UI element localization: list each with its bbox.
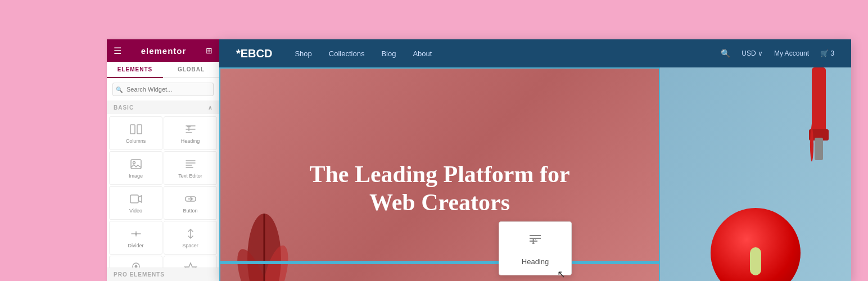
widget-grid: Columns T Heading bbox=[107, 114, 219, 268]
sidebar-header: ☰ elementor ⊞ bbox=[107, 39, 219, 62]
hamburger-icon[interactable]: ☰ bbox=[114, 46, 121, 56]
widget-google-maps[interactable]: Google Maps bbox=[109, 256, 162, 268]
site-header: *EBCD Shop Collections Blog About 🔍 USD … bbox=[219, 39, 851, 67]
hero-section: The Leading Platform for Web Creators + … bbox=[219, 67, 851, 281]
widget-image[interactable]: Image bbox=[109, 151, 162, 185]
columns-label: Columns bbox=[126, 138, 146, 144]
divider-icon bbox=[129, 227, 143, 241]
cursor-icon: ↖ bbox=[557, 268, 566, 280]
image-label: Image bbox=[129, 173, 143, 179]
spacer-icon bbox=[184, 227, 197, 241]
sidebar: ☰ elementor ⊞ ELEMENTS GLOBAL BASIC ∧ bbox=[107, 39, 219, 281]
video-label: Video bbox=[129, 208, 142, 214]
svg-text:T: T bbox=[531, 237, 536, 246]
nav-shop[interactable]: Shop bbox=[295, 49, 311, 58]
button-label: Button bbox=[183, 208, 197, 214]
image-icon bbox=[129, 157, 143, 171]
pro-elements-section-header: PRO ELEMENTS bbox=[107, 268, 219, 281]
basic-section-header: BASIC ∧ bbox=[107, 101, 219, 114]
widget-video[interactable]: Video bbox=[109, 186, 162, 220]
drag-tooltip: T Heading ↖ bbox=[499, 221, 572, 275]
site-currency[interactable]: USD ∨ bbox=[742, 49, 763, 57]
red-ball-inner bbox=[750, 247, 761, 275]
button-icon bbox=[184, 192, 197, 206]
widget-spacer[interactable]: Spacer bbox=[164, 221, 217, 255]
basic-section-chevron[interactable]: ∧ bbox=[208, 105, 213, 111]
svg-rect-14 bbox=[812, 67, 826, 135]
svg-text:T: T bbox=[187, 126, 191, 132]
basic-section-label: BASIC bbox=[114, 105, 134, 111]
nav-collections[interactable]: Collections bbox=[329, 49, 365, 58]
text-editor-label: Text Editor bbox=[178, 173, 202, 179]
widget-heading[interactable]: T Heading bbox=[164, 116, 217, 150]
tab-elements[interactable]: ELEMENTS bbox=[107, 62, 163, 78]
site-logo: *EBCD bbox=[236, 47, 272, 60]
drag-tooltip-icon: T bbox=[526, 231, 544, 253]
heading-label: Heading bbox=[181, 138, 200, 144]
icon-widget-icon bbox=[184, 262, 197, 268]
nav-blog[interactable]: Blog bbox=[381, 49, 396, 58]
widget-button[interactable]: Button bbox=[164, 186, 217, 220]
svg-rect-5 bbox=[130, 195, 138, 203]
svg-point-7 bbox=[135, 233, 137, 235]
widget-icon[interactable]: Icon bbox=[164, 256, 217, 268]
sidebar-tabs: ELEMENTS GLOBAL bbox=[107, 62, 219, 78]
sidebar-title: elementor bbox=[141, 46, 187, 56]
hero-heading: The Leading Platform for Web Creators bbox=[271, 160, 608, 217]
text-editor-icon bbox=[184, 157, 197, 171]
video-icon bbox=[129, 192, 143, 206]
widget-text-editor[interactable]: Text Editor bbox=[164, 151, 217, 185]
hero-right bbox=[660, 67, 851, 281]
widget-divider[interactable]: Divider bbox=[109, 221, 162, 255]
paint-brush-decoration bbox=[784, 67, 851, 180]
canvas: *EBCD Shop Collections Blog About 🔍 USD … bbox=[219, 39, 851, 281]
heading-icon: T bbox=[184, 123, 197, 136]
svg-point-4 bbox=[133, 162, 135, 164]
site-account[interactable]: My Account bbox=[774, 49, 809, 57]
svg-rect-0 bbox=[130, 125, 135, 134]
pro-elements-label: PRO ELEMENTS bbox=[114, 271, 165, 278]
site-search-icon[interactable]: 🔍 bbox=[721, 49, 730, 58]
divider-label: Divider bbox=[128, 243, 143, 248]
selection-bar bbox=[219, 261, 660, 264]
tab-global[interactable]: GLOBAL bbox=[163, 62, 219, 77]
nav-about[interactable]: About bbox=[413, 49, 432, 58]
svg-rect-1 bbox=[137, 125, 142, 134]
drag-tooltip-label: Heading bbox=[522, 257, 549, 266]
site-nav: Shop Collections Blog About bbox=[295, 49, 721, 58]
spacer-label: Spacer bbox=[182, 243, 198, 248]
widget-search-wrapper bbox=[107, 78, 219, 101]
search-input[interactable] bbox=[112, 83, 214, 96]
site-header-right: 🔍 USD ∨ My Account 🛒 3 bbox=[721, 49, 834, 58]
google-maps-icon bbox=[129, 262, 143, 268]
hero-left: The Leading Platform for Web Creators + … bbox=[219, 67, 660, 281]
grid-icon[interactable]: ⊞ bbox=[206, 46, 213, 55]
site-cart[interactable]: 🛒 3 bbox=[820, 49, 834, 57]
svg-rect-16 bbox=[815, 138, 823, 160]
columns-icon bbox=[129, 123, 143, 136]
svg-marker-9 bbox=[185, 263, 196, 268]
widget-columns[interactable]: Columns bbox=[109, 116, 162, 150]
